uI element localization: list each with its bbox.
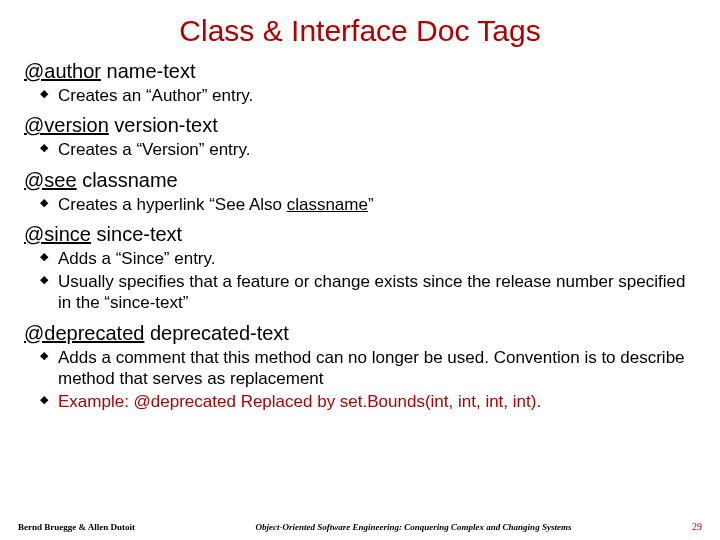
list-item: Usually specifies that a feature or chan… <box>58 271 696 316</box>
see-prefix: Creates a hyperlink “See Also <box>58 195 287 214</box>
tag-since-param: since-text <box>97 223 183 245</box>
tag-version-param: version-text <box>114 114 217 136</box>
tag-author-param: name-text <box>107 60 196 82</box>
tag-since-bullets: Adds a “Since” entry. Usually specifies … <box>24 248 696 316</box>
tag-see-bullets: Creates a hyperlink “See Also classname” <box>24 194 696 217</box>
list-item: Adds a comment that this method can no l… <box>58 347 696 392</box>
tag-deprecated-name: @deprecated <box>24 322 144 344</box>
tag-version-name: @version <box>24 114 109 136</box>
footer-title: Object-Oriented Software Engineering: Co… <box>135 522 692 532</box>
tag-see-heading: @see classname <box>24 169 696 192</box>
slide: Class & Interface Doc Tags @author name-… <box>0 0 720 540</box>
see-link: classname <box>287 195 368 214</box>
tag-since-name: @since <box>24 223 91 245</box>
tag-author-bullets: Creates an “Author” entry. <box>24 85 696 108</box>
tag-author-heading: @author name-text <box>24 60 696 83</box>
slide-title: Class & Interface Doc Tags <box>24 14 696 48</box>
list-item: Creates a “Version” entry. <box>58 139 696 162</box>
see-suffix: ” <box>368 195 374 214</box>
tag-author-name: @author <box>24 60 101 82</box>
list-item: Adds a “Since” entry. <box>58 248 696 271</box>
footer-author: Bernd Bruegge & Allen Dutoit <box>18 522 135 532</box>
tag-deprecated-bullets: Adds a comment that this method can no l… <box>24 347 696 415</box>
footer: Bernd Bruegge & Allen Dutoit Object-Orie… <box>0 521 720 532</box>
tag-since-heading: @since since-text <box>24 223 696 246</box>
tag-see-param: classname <box>82 169 178 191</box>
tag-deprecated-param: deprecated-text <box>150 322 289 344</box>
tag-version-heading: @version version-text <box>24 114 696 137</box>
tag-see-name: @see <box>24 169 77 191</box>
list-item: Creates a hyperlink “See Also classname” <box>58 194 696 217</box>
list-item-example: Example: @deprecated Replaced by set.Bou… <box>58 391 696 414</box>
tag-version-bullets: Creates a “Version” entry. <box>24 139 696 162</box>
list-item: Creates an “Author” entry. <box>58 85 696 108</box>
tag-deprecated-heading: @deprecated deprecated-text <box>24 322 696 345</box>
page-number: 29 <box>692 521 702 532</box>
